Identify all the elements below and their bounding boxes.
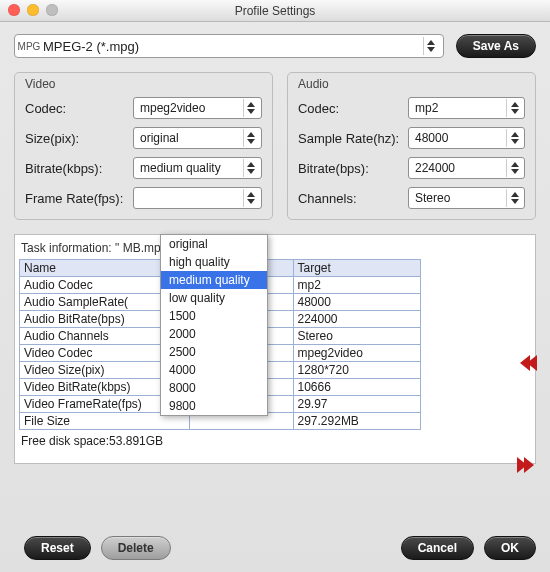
prev-button[interactable] <box>512 352 542 374</box>
next-button[interactable] <box>512 454 542 476</box>
task-info-panel: Task information: " MB.mp4" Name Target … <box>14 234 536 464</box>
video-codec-select[interactable]: mpeg2video <box>133 97 262 119</box>
video-framerate-label: Frame Rate(fps): <box>25 191 133 206</box>
audio-panel: Audio Codec: mp2 Sample Rate(hz): 48000 … <box>287 72 536 220</box>
chevron-updown-icon <box>506 99 522 117</box>
bitrate-option[interactable]: original <box>161 235 267 253</box>
window-title: Profile Settings <box>235 4 316 18</box>
forward-icon <box>524 457 534 473</box>
bitrate-dropdown[interactable]: originalhigh qualitymedium qualitylow qu… <box>160 234 268 416</box>
window-controls <box>8 4 58 16</box>
audio-bitrate-select[interactable]: 224000 <box>408 157 525 179</box>
video-legend: Video <box>25 77 55 91</box>
free-disk-label: Free disk space:53.891GB <box>19 430 531 448</box>
delete-button[interactable]: Delete <box>101 536 171 560</box>
video-bitrate-label: Bitrate(kbps): <box>25 161 133 176</box>
col-target: Target <box>293 260 421 277</box>
video-panel: Video Codec: mpeg2video Size(pix): origi… <box>14 72 273 220</box>
titlebar: Profile Settings <box>0 0 550 22</box>
bitrate-option[interactable]: 1500 <box>161 307 267 325</box>
audio-codec-label: Codec: <box>298 101 408 116</box>
maximize-icon <box>46 4 58 16</box>
chevron-updown-icon <box>243 129 259 147</box>
audio-samplerate-label: Sample Rate(hz): <box>298 131 408 146</box>
chevron-updown-icon <box>243 159 259 177</box>
video-framerate-select[interactable] <box>133 187 262 209</box>
format-icon: MPG <box>21 38 37 54</box>
minimize-icon[interactable] <box>27 4 39 16</box>
rewind-icon <box>527 355 537 371</box>
audio-channels-select[interactable]: Stereo <box>408 187 525 209</box>
save-as-button[interactable]: Save As <box>456 34 536 58</box>
profile-value: MPEG-2 (*.mpg) <box>43 39 419 54</box>
chevron-updown-icon <box>506 189 522 207</box>
ok-button[interactable]: OK <box>484 536 536 560</box>
bitrate-option[interactable]: 8000 <box>161 379 267 397</box>
cancel-button[interactable]: Cancel <box>401 536 474 560</box>
reset-button[interactable]: Reset <box>24 536 91 560</box>
chevron-updown-icon <box>243 189 259 207</box>
bitrate-option[interactable]: low quality <box>161 289 267 307</box>
video-size-select[interactable]: original <box>133 127 262 149</box>
profile-select[interactable]: MPG MPEG-2 (*.mpg) <box>14 34 444 58</box>
video-size-label: Size(pix): <box>25 131 133 146</box>
chevron-updown-icon <box>506 129 522 147</box>
audio-bitrate-label: Bitrate(bps): <box>298 161 408 176</box>
bitrate-option[interactable]: 2000 <box>161 325 267 343</box>
audio-samplerate-select[interactable]: 48000 <box>408 127 525 149</box>
bitrate-option[interactable]: 4000 <box>161 361 267 379</box>
audio-codec-select[interactable]: mp2 <box>408 97 525 119</box>
audio-legend: Audio <box>298 77 329 91</box>
video-codec-label: Codec: <box>25 101 133 116</box>
video-bitrate-select[interactable]: medium quality <box>133 157 262 179</box>
chevron-updown-icon <box>243 99 259 117</box>
bitrate-option[interactable]: 9800 <box>161 397 267 415</box>
audio-channels-label: Channels: <box>298 191 408 206</box>
close-icon[interactable] <box>8 4 20 16</box>
chevron-updown-icon <box>423 37 439 55</box>
bitrate-option[interactable]: high quality <box>161 253 267 271</box>
bitrate-option[interactable]: 2500 <box>161 343 267 361</box>
task-caption: Task information: " MB.mp4" <box>19 239 531 259</box>
bitrate-option[interactable]: medium quality <box>161 271 267 289</box>
chevron-updown-icon <box>506 159 522 177</box>
